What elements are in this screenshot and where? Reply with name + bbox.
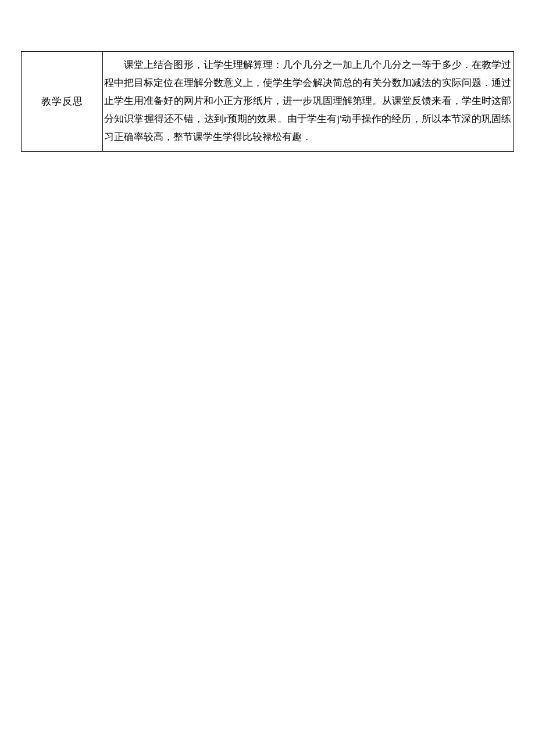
row-content-cell: 课堂上结合图形，让学生理解算理：几个几分之一加上几个几分之一等于多少．在教学过程… — [103, 52, 514, 152]
row-label-cell: 教学反思 — [22, 52, 103, 152]
row-content: 课堂上结合图形，让学生理解算理：几个几分之一加上几个几分之一等于多少．在教学过程… — [104, 59, 511, 142]
row-label: 教学反思 — [41, 96, 83, 107]
table-row: 教学反思 课堂上结合图形，让学生理解算理：几个几分之一加上几个几分之一等于多少．… — [22, 52, 514, 152]
document-table: 教学反思 课堂上结合图形，让学生理解算理：几个几分之一加上几个几分之一等于多少．… — [21, 51, 514, 152]
